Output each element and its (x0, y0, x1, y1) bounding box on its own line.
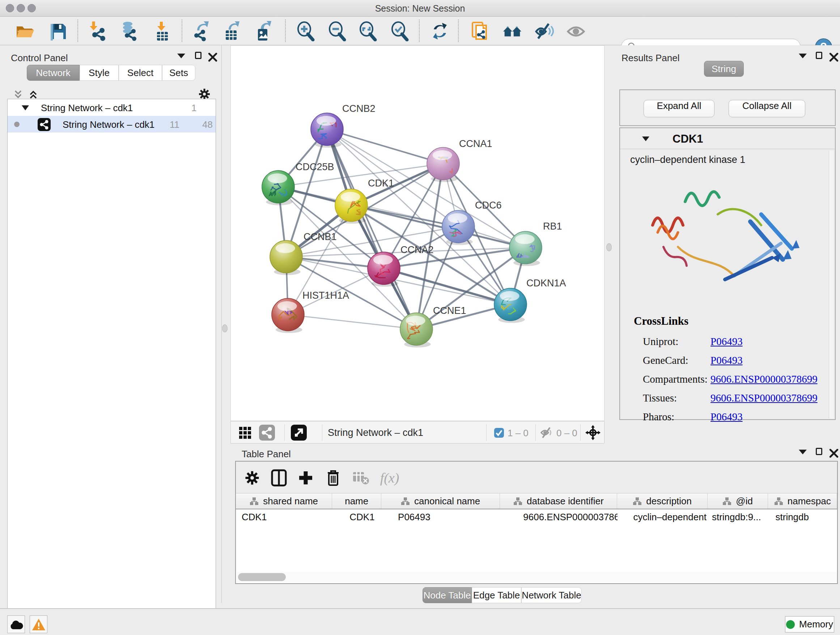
crosslink-link[interactable]: 9606.ENSP00000378699 (711, 373, 818, 385)
add-column-button[interactable] (296, 468, 316, 488)
right-splitter-handle[interactable] (606, 243, 612, 251)
tab-node-table[interactable]: Node Table (423, 587, 472, 603)
collapse-arrow-icon[interactable] (21, 105, 29, 111)
column-header-shared-name[interactable]: shared name (236, 494, 332, 509)
crosslink-link[interactable]: 9606.ENSP00000378699 (711, 392, 818, 404)
share-view-icon[interactable] (259, 424, 275, 440)
hide-graphics-button[interactable] (535, 21, 555, 41)
column-header-database-identifier[interactable]: database identifier (500, 494, 617, 509)
table-settings-button[interactable] (242, 468, 262, 488)
float-menu-icon[interactable] (177, 51, 187, 60)
delete-table-button[interactable] (351, 468, 370, 488)
column-header-namespac[interactable]: namespac (768, 494, 837, 509)
export-network-button[interactable] (191, 21, 211, 41)
tab-sets[interactable]: Sets (162, 65, 195, 81)
float-panel-icon[interactable] (194, 51, 204, 60)
function-builder-button[interactable]: f(x) (380, 468, 399, 488)
edge-CCNB2-RB1[interactable] (327, 129, 526, 248)
zoom-out-button[interactable] (327, 21, 347, 41)
close-panel-icon[interactable] (829, 52, 838, 62)
horizontal-scrollbar[interactable] (237, 572, 837, 583)
export-table-icon (221, 21, 242, 41)
node-CCNE1[interactable]: CCNE1 (400, 305, 466, 348)
table-cell[interactable]: stringdb:9... (707, 509, 768, 524)
zoom-selected-icon (390, 21, 410, 41)
column-header-canonical-name[interactable]: canonical name (381, 494, 500, 509)
crosslink-row: Tissues:9606.ENSP00000378699 (634, 389, 829, 408)
detach-view-icon[interactable] (291, 424, 307, 440)
table-row[interactable]: CDK1CDK1P064939606.ENSP00000378699cyclin… (236, 509, 837, 524)
network-row[interactable]: String Network – cdk1 11 48 (8, 116, 216, 133)
node-label-CDKN1A: CDKN1A (526, 278, 566, 288)
zoom-fit-button[interactable] (358, 21, 378, 41)
show-columns-button[interactable] (269, 468, 289, 488)
crosslink-link[interactable]: P06493 (711, 411, 743, 423)
table-cell[interactable]: 9606.ENSP00000378699 (500, 509, 617, 524)
table-cell[interactable]: CDK1 (236, 509, 332, 524)
expand-all-button[interactable]: Expand All (644, 100, 714, 117)
edge-HIST1H1A-CCNE1[interactable] (288, 315, 416, 329)
network-canvas[interactable]: CCNB2 CCNA1 CDC25B CDK1 CDC6 RB1 CCNB1 (231, 45, 605, 421)
warnings-button[interactable] (30, 616, 47, 633)
node-RB1[interactable]: RB1 (509, 221, 562, 266)
tab-network[interactable]: Network (27, 65, 80, 81)
collapse-arrow-icon[interactable] (642, 136, 650, 141)
zoom-selected-button[interactable] (390, 21, 410, 41)
zoom-in-button[interactable] (295, 21, 316, 41)
table-cell[interactable]: cyclin–dependent ... (617, 509, 707, 524)
close-panel-icon[interactable] (208, 52, 218, 62)
selected-checkbox-icon[interactable] (494, 428, 504, 438)
node-HIST1H1A[interactable]: HIST1H1A (272, 290, 349, 333)
float-panel-icon[interactable] (815, 447, 824, 456)
table-cell[interactable]: P06493 (381, 509, 500, 524)
results-scrollbar[interactable] (829, 150, 834, 418)
pan-crosshair-icon[interactable] (585, 425, 600, 440)
import-table-button[interactable] (152, 21, 172, 41)
crosslink-link[interactable]: P06493 (711, 355, 743, 366)
node-CCNA1[interactable]: CCNA1 (427, 138, 493, 182)
float-panel-icon[interactable] (815, 51, 824, 60)
left-splitter-handle[interactable] (222, 325, 227, 333)
columns-icon (271, 469, 287, 486)
collapse-all-button[interactable]: Collapse All (729, 100, 805, 117)
delete-column-button[interactable] (324, 468, 343, 488)
export-table-button[interactable] (221, 21, 242, 41)
scrollbar-thumb[interactable] (238, 573, 286, 581)
import-network-database-button[interactable] (119, 21, 139, 41)
grid-view-icon[interactable] (239, 426, 252, 440)
node-CDC6[interactable]: CDC6 (442, 200, 502, 245)
network-collection-row[interactable]: String Network – cdk1 1 (8, 99, 216, 116)
column-header-description[interactable]: description (617, 494, 707, 509)
memory-label: Memory (799, 619, 833, 630)
memory-button[interactable]: Memory (785, 616, 834, 632)
expand-all-icon[interactable] (28, 89, 38, 100)
hidden-eye-slash-icon[interactable] (540, 427, 554, 439)
node-CDKN1A[interactable]: CDKN1A (494, 278, 566, 323)
network-from-document-button[interactable] (470, 21, 490, 41)
export-image-button[interactable] (253, 21, 273, 41)
close-panel-icon[interactable] (829, 448, 838, 458)
save-session-button[interactable] (48, 21, 68, 41)
tab-string[interactable]: String (704, 61, 744, 77)
table-cell[interactable]: stringdb (768, 509, 837, 524)
column-header-name[interactable]: name (332, 494, 381, 509)
entry-header[interactable]: CDK1 (620, 128, 835, 149)
collapse-all-icon[interactable] (13, 89, 23, 100)
cloud-status-button[interactable] (7, 616, 25, 633)
float-menu-icon[interactable] (799, 447, 808, 456)
gear-icon[interactable] (198, 88, 210, 100)
node-label-CDK1: CDK1 (368, 178, 394, 188)
column-header-@id[interactable]: @id (707, 494, 768, 509)
tab-style[interactable]: Style (80, 65, 118, 81)
tab-edge-table[interactable]: Edge Table (472, 587, 521, 603)
table-cell[interactable]: CDK1 (332, 509, 381, 524)
crosslink-link[interactable]: P06493 (711, 336, 743, 348)
open-session-button[interactable] (14, 21, 35, 41)
tab-select[interactable]: Select (118, 65, 162, 81)
float-menu-icon[interactable] (799, 51, 808, 60)
apply-layout-button[interactable] (430, 21, 450, 41)
show-graphics-button[interactable] (566, 21, 586, 41)
tab-network-table[interactable]: Network Table (521, 587, 582, 603)
import-network-file-button[interactable] (88, 21, 109, 41)
houses-button[interactable] (502, 21, 523, 41)
